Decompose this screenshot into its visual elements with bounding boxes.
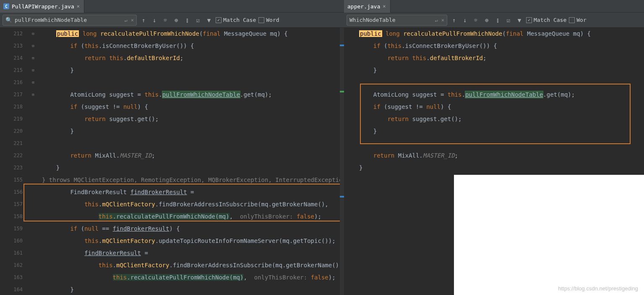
tab-bar: apper.java ×: [344, 0, 644, 13]
editor-pane-left: C PullAPIWrapper.java × 🔍 ↵× ↑ ↓ ☼ ⊕ ⫿ ☑…: [0, 0, 344, 295]
search-box[interactable]: ↵×: [347, 15, 447, 26]
select-word-icon[interactable]: ☑: [504, 16, 513, 24]
select-all-icon[interactable]: ☼: [472, 16, 480, 24]
match-case-checkbox[interactable]: Match Case: [526, 17, 566, 23]
prev-match-icon[interactable]: ↑: [450, 16, 458, 24]
select-all-icon[interactable]: ☼: [161, 16, 169, 24]
tab-filename: apper.java: [347, 3, 380, 10]
filter-icon[interactable]: ▼: [515, 16, 524, 24]
watermark: https://blog.csdn.net/prestigeding: [558, 285, 638, 292]
close-icon[interactable]: ×: [77, 3, 80, 9]
search-box[interactable]: 🔍 ↵×: [3, 15, 137, 26]
select-word-icon[interactable]: ☑: [194, 16, 202, 24]
clear-icon[interactable]: ×: [131, 17, 134, 23]
tab-filename: PullAPIWrapper.java: [12, 3, 74, 10]
blank-region: [454, 175, 644, 295]
clear-icon[interactable]: ×: [441, 17, 444, 23]
code-area[interactable]: public long recalculatePullFromWhichNode…: [359, 28, 644, 174]
scroll-stripe-left[interactable]: [340, 28, 344, 295]
next-match-icon[interactable]: ↓: [150, 16, 159, 24]
enter-icon: ↵: [125, 17, 128, 23]
prev-match-icon[interactable]: ↑: [139, 16, 148, 24]
find-bar-right: ↵× ↑ ↓ ☼ ⊕ ⫿ ☑ ▼ Match Case Wor: [344, 13, 644, 28]
enter-icon: ↵: [435, 17, 438, 23]
find-bar-left: 🔍 ↵× ↑ ↓ ☼ ⊕ ⫿ ☑ ▼ Match Case Word: [0, 13, 344, 28]
close-icon[interactable]: ×: [383, 3, 386, 9]
next-match-icon[interactable]: ↓: [461, 16, 469, 24]
search-icon: 🔍: [5, 17, 12, 23]
toggle-icon[interactable]: ⫿: [183, 16, 191, 24]
tab-bar: C PullAPIWrapper.java ×: [0, 0, 344, 13]
fold-gutter: ⊟⊟⊡ ⊟ ⊡⊡: [26, 28, 40, 101]
words-checkbox[interactable]: Wor: [569, 17, 586, 23]
add-selection-icon[interactable]: ⊕: [172, 16, 180, 24]
code-editor-left[interactable]: 212213214 215216217 218219220 221222223 …: [0, 28, 344, 295]
words-checkbox[interactable]: Word: [258, 17, 279, 23]
search-input[interactable]: [349, 17, 433, 23]
toggle-icon[interactable]: ⫿: [493, 16, 502, 24]
tab-file-right[interactable]: apper.java ×: [344, 0, 391, 13]
add-selection-icon[interactable]: ⊕: [482, 16, 491, 24]
java-class-icon: C: [3, 3, 9, 9]
search-input[interactable]: [15, 17, 122, 23]
filter-icon[interactable]: ▼: [205, 16, 213, 24]
tab-file-left[interactable]: C PullAPIWrapper.java ×: [0, 0, 84, 13]
code-area[interactable]: public long recalculatePullFromWhichNode…: [42, 28, 344, 295]
match-case-checkbox[interactable]: Match Case: [216, 17, 256, 23]
line-number-gutter: 212213214 215216217 218219220 221222223 …: [0, 28, 26, 295]
